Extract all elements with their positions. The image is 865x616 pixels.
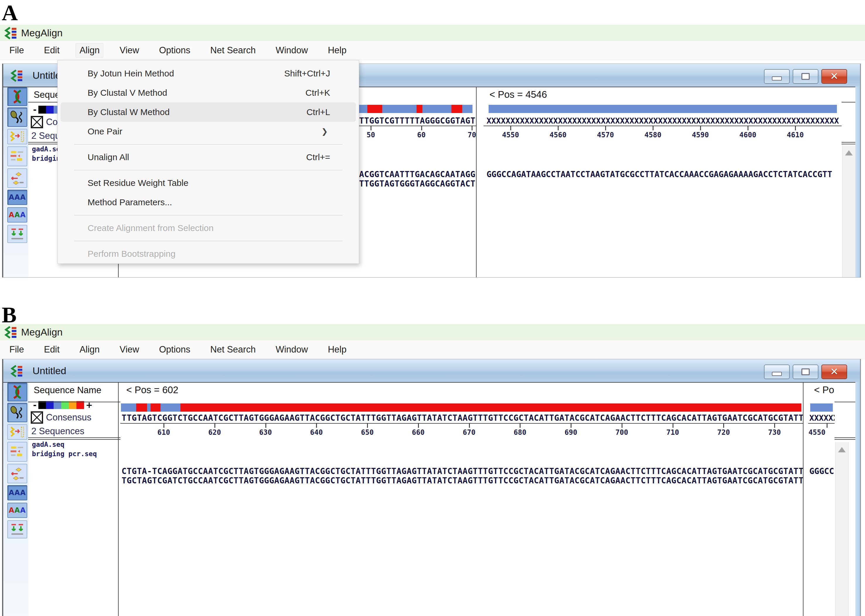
realign-segments-icon[interactable] [7,464,27,483]
vertical-scrollbar[interactable] [835,442,849,616]
ruler-tick: 4610 [795,126,796,130]
names-splitter[interactable] [118,383,119,616]
sequence-row[interactable]: GGGCC [809,467,834,476]
app-title: MegAlign [21,327,63,338]
close-icon: ✕ [822,70,846,82]
maximize-button[interactable] [793,69,818,84]
menubar-item[interactable]: Options [156,343,194,357]
figure-label-b: B [2,302,17,328]
consensus-strength-bar [808,404,835,412]
menubar-item[interactable]: File [6,43,28,57]
menubar-item[interactable]: Help [324,343,350,357]
sequence-names-panel: Sequence Name - + Consensus 2 Sequences … [28,383,118,616]
sequence-row[interactable]: CTGTA-TCAGGATGCCAATCGCTTAGTGGGAGAAGTTACG… [121,467,803,476]
sequence-row[interactable]: GGGCCAGATAAGCCTAATCCTAAGTATGCGCCTTATCACC… [486,170,832,179]
phylogeny-tree-icon[interactable] [7,403,27,422]
ruler-tick: 4570 [606,126,606,130]
menubar-item[interactable]: File [6,343,28,357]
menu-item[interactable]: Perform Bootstrapping [61,244,356,264]
menubar-item[interactable]: View [116,343,143,357]
residues-uppercase-icon[interactable]: AAA [7,190,27,205]
menu-item[interactable] [74,240,343,241]
pane-position-header: < Pos = 602 [126,384,178,396]
menu-item[interactable] [74,144,343,145]
menubar-item[interactable]: Options [156,43,194,57]
menu-item[interactable]: Set Residue Weight Table [61,173,356,193]
dna-helix-icon[interactable] [7,87,27,106]
consensus-checkbox[interactable] [31,116,43,128]
consensus-checkbox[interactable] [31,411,43,424]
residues-colored-icon[interactable]: AAA [7,207,27,223]
close-button[interactable]: ✕ [821,69,847,84]
menubar-item[interactable]: Align [76,43,103,57]
pairwise-align-icon[interactable] [7,424,27,440]
minimize-button[interactable] [764,69,790,84]
residues-colored-icon[interactable]: AAA [7,503,27,518]
menubar-item[interactable]: Align [76,343,103,357]
menubar-item[interactable]: Net Search [207,343,259,357]
alignment-pane-right[interactable]: < Pos = 4546 XXXXXXXXXXXXXXXXXXXXXXXXXXX… [484,87,841,277]
sequence-row[interactable]: TTGGTAGTGGGTAGGCAGGTACT [359,179,475,188]
translate-arrows-icon[interactable] [7,225,27,243]
menubar-item[interactable]: Edit [41,43,63,57]
residues-uppercase-icon[interactable]: AAA [7,485,27,500]
maximize-icon [801,73,810,80]
menubar-item[interactable]: View [116,43,143,57]
menubar-item[interactable]: Window [272,43,311,57]
realign-segments-icon[interactable] [7,168,27,188]
menu-item[interactable]: One Pair [61,122,356,141]
maximize-button[interactable] [793,365,818,379]
sequence-name[interactable]: gadA.seq [32,441,118,450]
menu-item[interactable]: By Clustal W Method Ctrl+L [61,102,356,122]
consensus-sequence: XXXXXX [809,414,835,423]
scroll-up-button[interactable] [843,146,856,159]
pairwise-align-icon[interactable] [7,129,27,145]
window-titlebar[interactable]: Untitled ✕ [3,359,860,382]
side-toolbar: AAA AAA [3,87,28,277]
alignment-pane-mini[interactable]: < Pos XXXXXX 4550 GGGCC [808,383,835,616]
menubar-item[interactable]: Edit [41,343,63,357]
menubar-item[interactable]: Window [272,343,311,357]
menu-item[interactable]: Method Parameters... [61,193,356,212]
menubar-item[interactable]: Help [324,43,350,57]
scroll-up-button[interactable] [835,443,848,456]
app-titlebar: MegAlign [0,324,865,340]
legend-swatch [46,106,53,113]
consensus-strength-bar [120,404,803,412]
dna-helix-icon[interactable] [7,383,27,401]
ruler-tick: 690 [571,424,571,428]
maximize-icon [801,369,810,376]
ruler-tick: 720 [723,424,724,428]
menubar-item[interactable]: Net Search [207,43,259,57]
consensus-bar-segment [489,105,837,113]
sequence-row[interactable]: AACGGTCAATTTGACAGCAATAGG [354,170,475,179]
menu-item[interactable] [74,215,343,215]
ruler-tick: 660 [418,424,419,428]
menu-item[interactable] [74,170,343,170]
menu-item[interactable]: By Jotun Hein Method Shift+Ctrl+J [61,64,356,83]
ruler-tick: 630 [266,424,266,428]
sequence-name[interactable]: bridging pcr.seq [32,450,118,459]
menu-item[interactable]: Unalign All Ctrl+= [61,148,356,167]
consensus-bar-segment [147,404,151,412]
ruler-tick: 610 [164,424,164,428]
panel-a: MegAlign FileEditAlignViewOptionsNet Sea… [0,25,865,307]
menu-item[interactable]: By Clustal V Method Ctrl+K [61,83,356,102]
close-button[interactable]: ✕ [821,365,847,379]
multi-align-icon[interactable] [7,146,27,166]
consensus-bar-segment [422,105,452,113]
window-right-border [856,382,860,616]
phylogeny-tree-icon[interactable] [7,107,27,127]
sequence-row[interactable]: TGCTAGTCGATCTGCCAATCGCTTAGTGGGAGAAGTTACG… [121,476,803,485]
menu-item[interactable]: Create Alignment from Selection [61,218,356,238]
sequence-name-header: Sequence Name [34,385,101,396]
ruler-tick: 650 [367,424,368,428]
alignment-pane-main[interactable]: < Pos = 602 TTGTAGTCGGTCTGCCAATCGCTTAGTG… [120,383,803,616]
translate-arrows-icon[interactable] [7,520,27,538]
position-ruler: 4550456045704580459046004610 [484,126,841,144]
multi-align-icon[interactable] [7,442,27,462]
consensus-bar-segment [160,404,181,412]
ruler-tick: 620 [215,424,215,428]
vertical-scrollbar[interactable] [842,145,856,277]
minimize-button[interactable] [764,365,790,379]
